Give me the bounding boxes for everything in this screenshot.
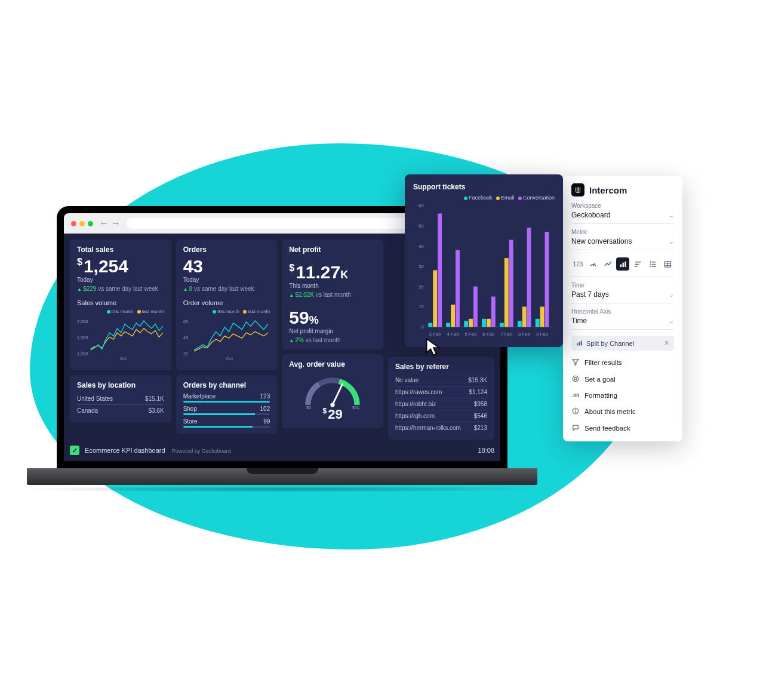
svg-rect-71 [579,342,580,345]
svg-text:Oct: Oct [120,356,127,361]
card-title: Net profit [289,245,376,254]
svg-text:4 Feb: 4 Feb [447,331,459,337]
total-sales-value: $1,254 [77,257,164,275]
svg-text:10: 10 [419,304,424,309]
time-select[interactable]: Past 7 days⌄ [571,288,674,303]
referer-list: No value$15.3K https://rawes.com$1,124 h… [395,374,487,434]
card-title: Support tickets [413,183,555,191]
maximize-dot[interactable] [88,221,93,226]
formatting-link[interactable]: .00Formatting [571,388,674,403]
list-item: https://rgh.com$546 [395,410,487,422]
svg-text:40: 40 [419,244,424,249]
field-label: Metric [571,229,674,235]
viz-list-button[interactable] [646,257,659,271]
remove-chip-button[interactable]: ✕ [664,339,669,347]
svg-point-60 [650,261,651,262]
svg-text:30: 30 [419,264,424,269]
svg-rect-36 [500,323,504,327]
viz-line-button[interactable] [601,257,614,271]
horizontal-axis-select[interactable]: Time⌄ [571,315,674,330]
svg-rect-37 [504,258,509,327]
workspace-select[interactable]: Geckoboard⌄ [571,209,674,224]
svg-text:8 Feb: 8 Feb [518,331,531,337]
svg-point-61 [650,263,651,265]
svg-text:40: 40 [183,335,188,340]
svg-rect-55 [622,262,623,266]
gauge-chart: $0 $50 [297,372,368,410]
card-orders-by-channel[interactable]: Orders by channel Marketplace123 Shop102… [176,375,278,434]
card-net-profit[interactable]: Net profit $11.27K This month $2.02K vs … [282,240,383,349]
chevron-down-icon: ⌄ [669,211,674,219]
svg-text:3 Feb: 3 Feb [429,331,442,337]
svg-text:$0: $0 [306,405,311,410]
svg-rect-45 [540,306,544,327]
svg-rect-54 [620,264,621,267]
viz-leaderboard-button[interactable] [631,257,644,271]
card-orders[interactable]: Orders 43 Today 8 vs same day last week … [176,240,278,370]
orders-value: 43 [183,257,270,275]
about-metric-link[interactable]: About this metric [571,403,674,420]
chevron-down-icon: ⌄ [669,238,674,245]
panel-actions: Filter results Set a goal .00Formatting … [571,354,674,437]
card-title: Sales by referer [395,363,487,371]
minimize-dot[interactable] [79,221,85,226]
set-goal-link[interactable]: Set a goal [571,371,674,388]
subchart-title: Order volume [183,299,270,306]
split-chip[interactable]: Split by Channel ✕ [571,336,674,351]
net-profit-value: $11.27K [289,263,376,281]
svg-text:50: 50 [419,223,424,229]
back-button[interactable]: ← [99,218,109,229]
card-total-sales[interactable]: Total sales $1,254 Today $229 vs same da… [70,240,171,370]
card-avg-order-value[interactable]: Avg. order value $0 $50 $29 [282,354,383,428]
svg-rect-40 [518,321,522,327]
svg-text:7 Feb: 7 Feb [500,331,513,337]
svg-text:20: 20 [419,284,424,290]
geckoboard-logo-icon: ✓ [70,446,79,455]
card-sales-by-location[interactable]: Sales by location United States$15.1K Ca… [70,375,171,422]
svg-line-8 [333,384,342,405]
forward-button[interactable]: → [111,218,121,229]
svg-text:60: 60 [183,319,188,324]
chevron-down-icon: ⌄ [669,291,674,299]
bar-chart-icon [576,340,583,346]
list-item: https://rawes.com$1,124 [395,386,487,398]
intercom-logo-icon [571,183,584,197]
filter-results-link[interactable]: Filter results [571,354,674,371]
channel-row: Shop102 [183,406,270,415]
send-feedback-link[interactable]: Send feedback [571,420,674,437]
card-support-tickets[interactable]: Support tickets Facebook Email Conversat… [405,174,563,347]
svg-point-73 [573,376,578,381]
svg-rect-29 [469,319,473,327]
card-title: Orders [183,245,270,254]
delta: 8 vs same day last week [183,285,270,292]
viz-table-button[interactable] [661,257,674,271]
svg-point-77 [575,409,576,410]
card-sales-by-referer[interactable]: Sales by referer No value$15.3K https://… [388,357,494,440]
svg-rect-38 [509,240,513,327]
viz-gauge-button[interactable] [586,257,599,271]
delta: 2% vs last month [289,337,376,343]
powered-by: Powered by Geckoboard [172,448,231,454]
svg-text:20: 20 [183,351,188,357]
card-title: Orders by channel [183,381,270,389]
svg-rect-48 [574,186,582,194]
viz-number-button[interactable]: 123 [571,257,584,271]
svg-rect-41 [522,306,527,327]
svg-text:1,000: 1,000 [77,351,88,357]
viz-bar-button[interactable] [616,257,629,271]
brand-name: Intercom [589,185,627,195]
legend: this month last month [77,309,164,314]
svg-rect-44 [536,319,540,327]
list-item: Canada$3.6K [77,404,164,416]
dashboard-title: Ecommerce KPI dashboard [85,447,165,454]
svg-rect-46 [545,232,549,327]
list-item: https://herman-rolks.com$213 [395,422,487,434]
svg-text:6 Feb: 6 Feb [482,331,495,337]
sales-volume-chart: 2,000 1,500 1,000 Oct [77,315,164,363]
svg-point-74 [574,377,577,380]
subchart-title: Sales volume [77,299,164,306]
order-volume-chart: 60 40 20 Oct [183,315,270,363]
margin-label: Net profit margin [289,328,376,334]
close-dot[interactable] [71,221,76,226]
metric-select[interactable]: New conversations⌄ [571,235,674,250]
